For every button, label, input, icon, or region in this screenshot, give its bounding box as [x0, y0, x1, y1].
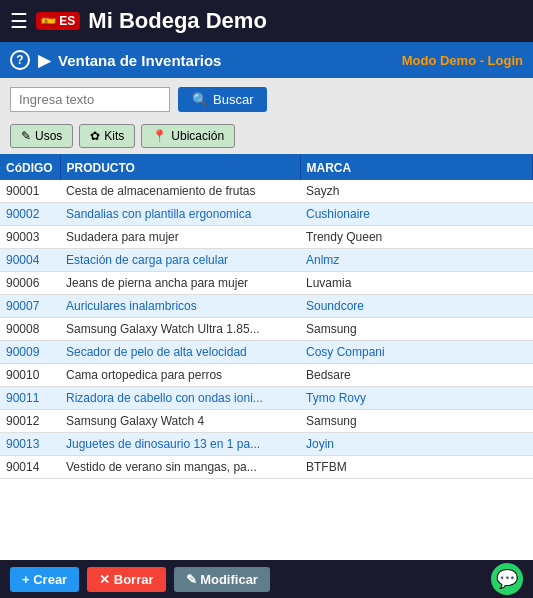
search-input[interactable] — [10, 87, 170, 112]
table-row[interactable]: 90003 Sudadera para mujer Trendy Queen — [0, 226, 533, 249]
cell-product: Estación de carga para celular — [60, 249, 300, 272]
app-title: Mi Bodega Demo — [88, 8, 266, 34]
menu-icon[interactable]: ☰ — [10, 9, 28, 33]
whatsapp-button[interactable]: 💬 — [491, 563, 523, 595]
cell-brand: Joyin — [300, 433, 533, 456]
table-row[interactable]: 90004 Estación de carga para celular Anl… — [0, 249, 533, 272]
table-row[interactable]: 90001 Cesta de almacenamiento de frutas … — [0, 180, 533, 203]
cell-product: Secador de pelo de alta velocidad — [60, 341, 300, 364]
ubicacion-icon: 📍 — [152, 129, 167, 143]
footer-bar: + Crear ✕ Borrar ✎ Modificar 💬 — [0, 560, 533, 598]
cell-product: Cama ortopedica para perros — [60, 364, 300, 387]
table-row[interactable]: 90013 Juguetes de dinosaurio 13 en 1 pa.… — [0, 433, 533, 456]
cell-code: 90013 — [0, 433, 60, 456]
cell-product: Samsung Galaxy Watch 4 — [60, 410, 300, 433]
cell-code: 90007 — [0, 295, 60, 318]
cell-brand: Samsung — [300, 410, 533, 433]
nav-bar: ? ▶ Ventana de Inventarios Modo Demo - L… — [0, 42, 533, 78]
nav-title: Ventana de Inventarios — [58, 52, 394, 69]
col-code[interactable]: CóDIGO — [0, 156, 60, 180]
kits-icon: ✿ — [90, 129, 100, 143]
cell-brand: Trendy Queen — [300, 226, 533, 249]
table-row[interactable]: 90011 Rizadora de cabello con ondas ioni… — [0, 387, 533, 410]
cell-code: 90009 — [0, 341, 60, 364]
table-row[interactable]: 90008 Samsung Galaxy Watch Ultra 1.85...… — [0, 318, 533, 341]
search-button[interactable]: 🔍 Buscar — [178, 87, 267, 112]
cell-code: 90002 — [0, 203, 60, 226]
cell-code: 90012 — [0, 410, 60, 433]
usos-icon: ✎ — [21, 129, 31, 143]
cell-code: 90010 — [0, 364, 60, 387]
cell-product: Sudadera para mujer — [60, 226, 300, 249]
table-header-row: CóDIGO PRODUCTO MARCA — [0, 156, 533, 180]
table-row[interactable]: 90010 Cama ortopedica para perros Bedsar… — [0, 364, 533, 387]
cell-product: Samsung Galaxy Watch Ultra 1.85... — [60, 318, 300, 341]
demo-label: Modo Demo - Login — [402, 53, 523, 68]
cell-product: Jeans de pierna ancha para mujer — [60, 272, 300, 295]
cell-brand: Bedsare — [300, 364, 533, 387]
cell-brand: Cushionaire — [300, 203, 533, 226]
cell-code: 90008 — [0, 318, 60, 341]
cell-brand: Sayzh — [300, 180, 533, 203]
cell-product: Vestido de verano sin mangas, pa... — [60, 456, 300, 479]
tab-usos[interactable]: ✎ Usos — [10, 124, 73, 148]
cell-brand: BTFBM — [300, 456, 533, 479]
cell-brand: Cosy Compani — [300, 341, 533, 364]
tab-ubicacion[interactable]: 📍 Ubicación — [141, 124, 235, 148]
cell-code: 90006 — [0, 272, 60, 295]
cell-brand: Anlmz — [300, 249, 533, 272]
cell-product: Auriculares inalambricos — [60, 295, 300, 318]
app-header: ☰ 🇪🇸 ES Mi Bodega Demo — [0, 0, 533, 42]
language-badge[interactable]: 🇪🇸 ES — [36, 12, 80, 30]
cell-product: Rizadora de cabello con ondas ioni... — [60, 387, 300, 410]
col-product[interactable]: PRODUCTO — [60, 156, 300, 180]
table-row[interactable]: 90007 Auriculares inalambricos Soundcore — [0, 295, 533, 318]
table-row[interactable]: 90006 Jeans de pierna ancha para mujer L… — [0, 272, 533, 295]
cell-brand: Luvamia — [300, 272, 533, 295]
cell-product: Juguetes de dinosaurio 13 en 1 pa... — [60, 433, 300, 456]
table-row[interactable]: 90012 Samsung Galaxy Watch 4 Samsung — [0, 410, 533, 433]
cell-brand: Samsung — [300, 318, 533, 341]
nav-arrow-icon: ▶ — [38, 51, 50, 70]
search-icon: 🔍 — [192, 92, 208, 107]
table-row[interactable]: 90009 Secador de pelo de alta velocidad … — [0, 341, 533, 364]
cell-code: 90004 — [0, 249, 60, 272]
inventory-table: CóDIGO PRODUCTO MARCA 90001 Cesta de alm… — [0, 156, 533, 479]
whatsapp-icon: 💬 — [496, 568, 518, 590]
search-bar: 🔍 Buscar — [0, 78, 533, 120]
table-row[interactable]: 90002 Sandalias con plantilla ergonomica… — [0, 203, 533, 226]
cell-product: Cesta de almacenamiento de frutas — [60, 180, 300, 203]
tab-kits[interactable]: ✿ Kits — [79, 124, 135, 148]
cell-code: 90011 — [0, 387, 60, 410]
cell-brand: Soundcore — [300, 295, 533, 318]
cell-code: 90001 — [0, 180, 60, 203]
col-brand[interactable]: MARCA — [300, 156, 533, 180]
inventory-table-container[interactable]: CóDIGO PRODUCTO MARCA 90001 Cesta de alm… — [0, 154, 533, 560]
help-icon[interactable]: ? — [10, 50, 30, 70]
cell-brand: Tymo Rovy — [300, 387, 533, 410]
cell-product: Sandalias con plantilla ergonomica — [60, 203, 300, 226]
cell-code: 90003 — [0, 226, 60, 249]
tabs-bar: ✎ Usos ✿ Kits 📍 Ubicación — [0, 120, 533, 154]
table-row[interactable]: 90014 Vestido de verano sin mangas, pa..… — [0, 456, 533, 479]
modify-button[interactable]: ✎ Modificar — [174, 567, 270, 592]
delete-button[interactable]: ✕ Borrar — [87, 567, 165, 592]
cell-code: 90014 — [0, 456, 60, 479]
create-button[interactable]: + Crear — [10, 567, 79, 592]
